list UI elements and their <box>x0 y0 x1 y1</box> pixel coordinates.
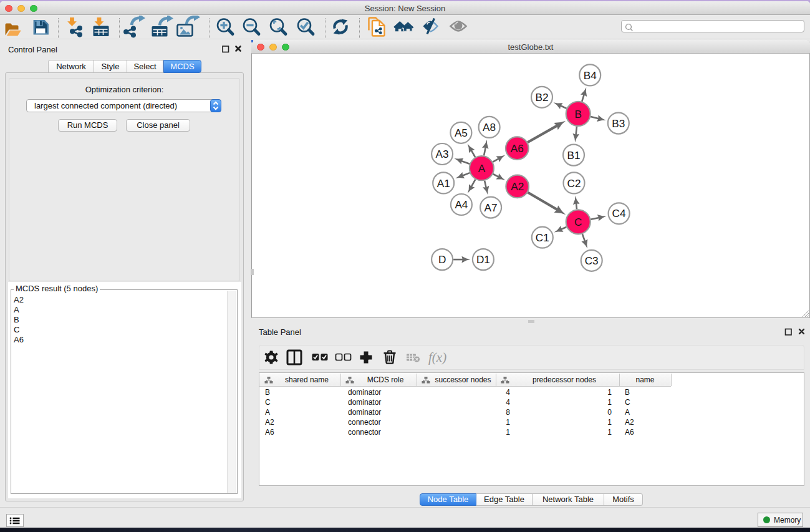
svg-text:A: A <box>478 162 486 175</box>
svg-text:C4: C4 <box>612 207 626 220</box>
svg-text:A1: A1 <box>437 177 450 190</box>
svg-text:B: B <box>574 108 581 120</box>
svg-text:A3: A3 <box>436 148 449 160</box>
svg-text:D: D <box>438 253 446 266</box>
svg-text:C: C <box>574 216 582 228</box>
svg-text:A7: A7 <box>485 201 498 214</box>
svg-text:B3: B3 <box>612 117 625 130</box>
svg-text:A6: A6 <box>511 142 524 155</box>
svg-text:A2: A2 <box>511 180 524 193</box>
svg-text:f(x): f(x) <box>428 350 446 365</box>
svg-text:A5: A5 <box>455 127 468 139</box>
svg-text:C2: C2 <box>567 177 581 190</box>
svg-text:C3: C3 <box>585 254 599 267</box>
svg-text:B1: B1 <box>567 149 580 162</box>
svg-text:A4: A4 <box>455 198 468 211</box>
svg-text:C1: C1 <box>536 231 549 244</box>
svg-text:B2: B2 <box>535 91 548 104</box>
svg-text:B4: B4 <box>584 69 597 82</box>
svg-text:A8: A8 <box>483 121 496 133</box>
svg-text:D1: D1 <box>476 253 490 266</box>
